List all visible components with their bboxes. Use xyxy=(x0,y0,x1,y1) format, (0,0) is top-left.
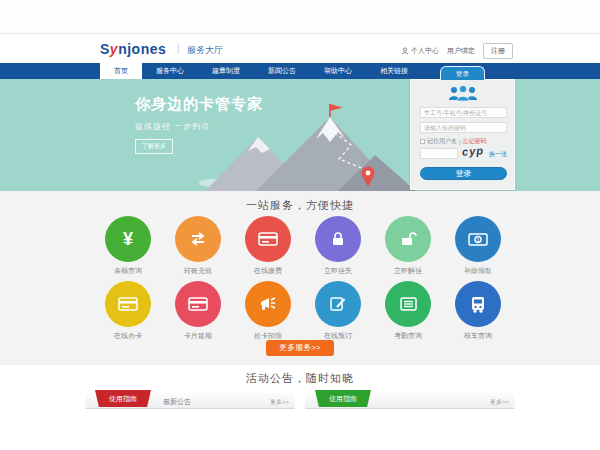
service-item[interactable]: ¥余额查询 xyxy=(98,216,158,276)
hero-cta-button[interactable]: 了解更多 xyxy=(135,139,173,154)
services-section: 一站服务，方便快捷 ¥余额查询转账充值在线缴费立即挂失立即解挂1补助领取在线办卡… xyxy=(0,191,600,365)
divider: | xyxy=(459,139,461,145)
banknote-icon: 1 xyxy=(455,216,501,262)
service-label: 立即解挂 xyxy=(378,266,438,276)
panel-more-link[interactable]: 更多>> xyxy=(490,398,509,407)
nav-item-2[interactable]: 规章制度 xyxy=(198,63,254,79)
service-item[interactable]: 考勤查询 xyxy=(378,281,438,341)
service-item[interactable]: 拾卡招领 xyxy=(238,281,298,341)
megaphone-icon xyxy=(245,281,291,327)
edit-icon xyxy=(315,281,361,327)
service-label: 考勤查询 xyxy=(378,331,438,341)
list-icon xyxy=(385,281,431,327)
login-tab[interactable]: 登录 xyxy=(440,66,485,80)
services-title: 一站服务，方便快捷 xyxy=(0,198,600,213)
service-label: 校车查询 xyxy=(448,331,508,341)
nav-item-0[interactable]: 首页 xyxy=(100,63,142,79)
panel-secondary-tab[interactable]: 最新公告 xyxy=(163,397,191,407)
panel-more-link[interactable]: 更多>> xyxy=(270,398,289,407)
panel-tab-bar: 使用指南更多>> xyxy=(305,393,515,409)
captcha-refresh-link[interactable]: 换一张 xyxy=(489,150,507,159)
bus-icon xyxy=(455,281,501,327)
unlock-icon xyxy=(385,216,431,262)
service-item[interactable]: 立即挂失 xyxy=(308,216,368,276)
users-group-icon xyxy=(447,85,479,102)
service-item[interactable]: 在线办卡 xyxy=(98,281,158,341)
service-item[interactable]: 转账充值 xyxy=(168,216,228,276)
panel-content xyxy=(305,410,515,450)
captcha-input[interactable] xyxy=(420,148,458,159)
hero-banner: 你身边的卡管专家 提供捷径 一步到位 了解更多 登录 xyxy=(0,79,600,191)
card-icon xyxy=(175,281,221,327)
service-label: 立即挂失 xyxy=(308,266,368,276)
service-label: 在线办卡 xyxy=(98,331,158,341)
service-label: 余额查询 xyxy=(98,266,158,276)
user-bind-link[interactable]: 用户绑定 xyxy=(447,46,475,56)
card-icon xyxy=(245,216,291,262)
yuan-icon: ¥ xyxy=(105,216,151,262)
register-button[interactable]: 注册 xyxy=(483,43,513,59)
login-panel: 登录 记住用户名 | 忘记密码 cyp 换一张 xyxy=(410,66,515,190)
user-icon xyxy=(401,47,409,55)
service-label: 卡片延期 xyxy=(168,331,228,341)
card-icon xyxy=(105,281,151,327)
panel-tab-bar: 使用指南最新公告更多>> xyxy=(85,393,295,409)
announcements-section: 活动公告，随时知晓 使用指南最新公告更多>>使用指南更多>> xyxy=(0,365,600,450)
service-item[interactable]: 1补助领取 xyxy=(448,216,508,276)
panel-ribbon-tab[interactable]: 使用指南 xyxy=(315,390,371,407)
logo[interactable]: Synjones xyxy=(100,41,166,57)
mountains-illustration xyxy=(190,101,420,191)
announcement-panel-1: 使用指南最新公告更多>> xyxy=(85,393,295,450)
login-submit-button[interactable]: 登录 xyxy=(420,167,507,180)
announcements-title: 活动公告，随时知晓 xyxy=(0,371,600,386)
username-input[interactable] xyxy=(420,107,507,118)
nav-item-1[interactable]: 服务中心 xyxy=(142,63,198,79)
panel-ribbon-tab[interactable]: 使用指南 xyxy=(95,390,151,407)
service-label: 补助领取 xyxy=(448,266,508,276)
page: Synjones | 服务大厅 个人中心 用户绑定 注册 首页服务中心规章制度新… xyxy=(0,0,600,450)
announcement-panel-2: 使用指南更多>> xyxy=(305,393,515,450)
service-item[interactable]: 校车查询 xyxy=(448,281,508,341)
nav-item-3[interactable]: 新闻公告 xyxy=(254,63,310,79)
service-item[interactable]: 立即解挂 xyxy=(378,216,438,276)
header: Synjones | 服务大厅 个人中心 用户绑定 注册 xyxy=(0,33,600,63)
lock-icon xyxy=(315,216,361,262)
password-input[interactable] xyxy=(420,122,507,133)
site-name: 服务大厅 xyxy=(187,44,223,57)
remember-checkbox[interactable] xyxy=(420,139,425,144)
logo-divider: | xyxy=(177,43,180,54)
service-item[interactable]: 卡片延期 xyxy=(168,281,228,341)
nav-item-4[interactable]: 帮助中心 xyxy=(310,63,366,79)
service-item[interactable]: 在线缴费 xyxy=(238,216,298,276)
more-services-button[interactable]: 更多服务>> xyxy=(266,340,334,356)
remember-label: 记住用户名 xyxy=(427,137,457,146)
logo-y-mark: y xyxy=(110,41,118,57)
service-item[interactable]: 在线预订 xyxy=(308,281,368,341)
service-label: 在线缴费 xyxy=(238,266,298,276)
captcha-image[interactable]: cyp xyxy=(462,144,485,158)
transfer-icon xyxy=(175,216,221,262)
service-label: 转账充值 xyxy=(168,266,228,276)
personal-center-link[interactable]: 个人中心 xyxy=(401,46,439,56)
panel-content xyxy=(85,410,295,450)
